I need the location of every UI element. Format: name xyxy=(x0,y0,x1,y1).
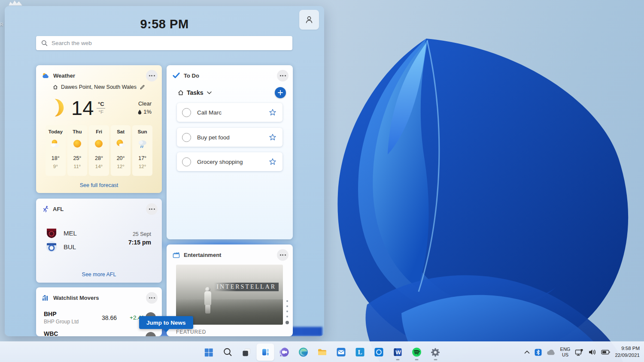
task-checkbox[interactable] xyxy=(182,108,191,117)
stock-row[interactable]: BHP BHP Group Ltd xyxy=(44,311,79,325)
search-icon xyxy=(223,347,232,357)
jump-to-news-button[interactable]: Jump to News xyxy=(139,316,193,329)
onedrive-cloud-icon[interactable] xyxy=(547,349,556,355)
forecast-card[interactable]: Sat 20° 12° xyxy=(111,125,131,176)
recycle-bin-icon[interactable] xyxy=(8,0,23,6)
taskbar: L W xyxy=(0,341,644,362)
edge-button[interactable] xyxy=(295,344,312,361)
app-l-icon: L xyxy=(355,347,365,357)
task-star-button[interactable] xyxy=(269,158,276,166)
chat-button[interactable] xyxy=(276,344,293,361)
widget-title: Entertainment xyxy=(184,252,221,258)
widget-title: Weather xyxy=(53,72,75,79)
weather-more-button[interactable] xyxy=(146,70,158,81)
bul-team-logo xyxy=(46,241,58,253)
todo-check-icon xyxy=(173,72,180,78)
stock-row[interactable]: WBC xyxy=(44,330,58,336)
task-view-icon xyxy=(242,347,252,357)
chevron-down-icon xyxy=(207,91,212,94)
task-checkbox[interactable] xyxy=(182,157,191,166)
task-view-button[interactable] xyxy=(238,344,255,361)
language-switcher[interactable]: ENG US xyxy=(560,347,571,358)
task-star-button[interactable] xyxy=(269,109,276,116)
see-more-afl-link[interactable]: See more AFL xyxy=(36,272,162,278)
featured-label: FEATURED xyxy=(176,329,206,335)
movie-title: INTERSTELLAR xyxy=(214,283,279,291)
recycle-bin-label: R xyxy=(0,22,3,27)
alexa-button[interactable] xyxy=(370,344,388,361)
panel-clock: 9:58 PM xyxy=(5,17,324,31)
task-checkbox[interactable] xyxy=(182,133,191,142)
task-star-button[interactable] xyxy=(269,133,276,141)
droplet-icon xyxy=(138,109,142,115)
search-bar[interactable] xyxy=(36,36,292,50)
edit-icon[interactable] xyxy=(140,84,145,90)
star-icon xyxy=(269,109,276,116)
tasks-list-dropdown[interactable]: Tasks xyxy=(178,89,212,96)
network-icon[interactable] xyxy=(575,349,583,356)
stocks-chart-icon xyxy=(42,295,49,301)
account-button[interactable] xyxy=(299,10,319,30)
spotify-button[interactable] xyxy=(408,344,425,361)
team-code: BUL xyxy=(64,243,76,250)
unit-toggle[interactable]: °C °F xyxy=(97,101,105,115)
afl-match-row[interactable]: BUL xyxy=(46,241,76,253)
alexa-icon xyxy=(374,347,384,357)
match-time: 7:15 pm xyxy=(128,239,151,246)
search-input[interactable] xyxy=(52,40,287,46)
plus-icon xyxy=(278,90,283,95)
stock-price: 38.66 xyxy=(102,314,117,321)
forecast-card[interactable]: Sun 17° 12° xyxy=(132,125,152,176)
precipitation: 1% xyxy=(143,109,152,115)
settings-button[interactable] xyxy=(427,344,444,361)
tray-chevron-up[interactable] xyxy=(524,350,530,354)
widgets-button[interactable] xyxy=(257,344,274,361)
file-explorer-button[interactable] xyxy=(313,344,331,361)
star-icon xyxy=(269,133,276,141)
word-button[interactable]: W xyxy=(389,344,407,361)
movie-poster[interactable]: INTERSTELLAR xyxy=(176,265,283,325)
condition-text: Clear xyxy=(138,100,152,107)
forecast-card[interactable]: Thu 25° 11° xyxy=(67,125,88,176)
mostly-sunny-icon xyxy=(115,138,126,149)
task-item[interactable]: Grocery shopping xyxy=(177,152,283,171)
forecast-card[interactable]: Fri 28° 14° xyxy=(89,125,109,176)
bluetooth-icon[interactable] xyxy=(535,349,542,356)
afl-match-row[interactable]: MEL xyxy=(46,227,77,239)
partly-cloudy-icon xyxy=(50,138,61,149)
entertainment-more-button[interactable] xyxy=(277,249,289,261)
word-icon: W xyxy=(392,347,403,357)
app-l-button[interactable]: L xyxy=(351,344,369,361)
weather-icon xyxy=(42,72,49,78)
forecast-row: Today 18° 9° Thu 25° 11° xyxy=(46,125,152,176)
wallpaper-bloom xyxy=(316,13,644,362)
search-icon xyxy=(41,40,48,46)
edge-icon xyxy=(298,347,308,357)
watchlist-more-button[interactable] xyxy=(146,292,158,304)
add-task-button[interactable] xyxy=(275,87,286,98)
team-code: MEL xyxy=(64,229,77,237)
afl-widget: AFL MEL BUL xyxy=(36,199,162,283)
forecast-card[interactable]: Today 18° 9° xyxy=(46,125,66,176)
battery-icon[interactable] xyxy=(601,350,610,355)
todo-widget: To Do Tasks xyxy=(167,65,293,239)
carousel-dots[interactable] xyxy=(286,300,289,324)
chat-icon xyxy=(279,347,289,357)
home-icon xyxy=(53,84,58,90)
weather-current: 14 °C °F Clear 1% xyxy=(46,94,152,121)
todo-more-button[interactable] xyxy=(277,70,289,81)
taskbar-search-button[interactable] xyxy=(219,344,237,361)
afl-more-button[interactable] xyxy=(146,203,158,215)
tray-clock[interactable]: 9:58 PM 22/09/2021 xyxy=(615,345,640,359)
start-button[interactable] xyxy=(200,344,218,361)
mail-button[interactable] xyxy=(332,344,350,361)
volume-icon[interactable] xyxy=(588,349,596,356)
rainy-icon xyxy=(137,138,148,149)
home-icon xyxy=(178,90,184,96)
task-item[interactable]: Call Marc xyxy=(177,103,283,122)
clapperboard-icon xyxy=(173,252,180,258)
see-full-forecast-link[interactable]: See full forecast xyxy=(36,182,162,188)
task-item[interactable]: Buy pet food xyxy=(177,128,283,147)
widget-title: Watchlist Movers xyxy=(53,295,99,301)
mel-team-logo xyxy=(46,227,58,239)
